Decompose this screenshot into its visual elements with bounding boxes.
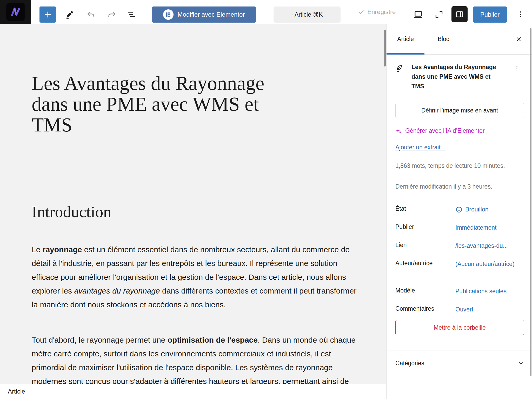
field-label: Publier: [395, 223, 455, 232]
editor-toolbar: Modifier avec Elementor · Article ⌘K Enr…: [0, 0, 532, 24]
site-logo-m-icon: [10, 6, 22, 18]
document-overview-button[interactable]: [124, 7, 139, 22]
field-row-modele: Modèle Publications seules: [395, 287, 524, 296]
publish-button[interactable]: Publier: [473, 6, 507, 23]
field-label: Auteur/autrice: [395, 260, 455, 268]
post-heading-introduction[interactable]: Introduction: [32, 203, 111, 221]
preview-button[interactable]: [411, 7, 425, 22]
tab-article[interactable]: Article: [387, 24, 424, 55]
tab-bloc[interactable]: Bloc: [424, 24, 462, 55]
word-count-text: 1,863 mots, temps de lecture 10 minutes.: [395, 161, 517, 170]
options-menu-button[interactable]: [513, 6, 528, 22]
sidebar-post-title: Les Avantages du Rayonnage dans une PME …: [411, 62, 502, 91]
elementor-button-label: Modifier avec Elementor: [178, 11, 245, 18]
set-featured-image-button[interactable]: Définir l’image mise en avant: [395, 103, 524, 118]
editing-mode-button[interactable]: [62, 7, 77, 22]
categories-panel-label: Catégories: [395, 360, 424, 367]
field-row-commentaires: Commentaires Ouvert: [395, 305, 524, 314]
sidebar-panel-icon: [455, 10, 464, 19]
close-icon: [515, 36, 522, 43]
redo-button[interactable]: [104, 7, 119, 22]
publish-label: Publier: [480, 11, 500, 18]
settings-sidebar-toggle[interactable]: [451, 6, 468, 22]
plus-icon: [43, 10, 52, 19]
active-tab-underline: [387, 53, 424, 55]
command-palette-button[interactable]: · Article ⌘K: [274, 6, 341, 23]
undo-icon: [86, 10, 96, 19]
laptop-icon: [413, 9, 424, 20]
field-row-etat: État Brouillon: [395, 205, 524, 214]
list-view-icon: [126, 9, 137, 20]
add-excerpt-link[interactable]: Ajouter un extrait...: [395, 144, 445, 151]
breadcrumb[interactable]: Article: [8, 388, 25, 395]
expand-icon: [434, 9, 444, 20]
status-value[interactable]: Brouillon: [455, 205, 524, 214]
author-value[interactable]: (Aucun auteur/autrice): [455, 260, 524, 268]
redo-icon: [107, 10, 116, 19]
field-label: Commentaires: [395, 305, 455, 314]
check-icon: [357, 8, 365, 16]
sidebar-tab-bar: Article Bloc: [387, 24, 532, 55]
settings-sidebar: Article Bloc Les Avantages du Rayonnage …: [386, 24, 532, 399]
comments-value[interactable]: Ouvert: [455, 305, 524, 314]
close-sidebar-button[interactable]: [512, 33, 525, 46]
post-actions-button[interactable]: [514, 63, 524, 73]
field-label: Modèle: [395, 287, 455, 296]
field-label: État: [395, 205, 455, 214]
post-pin-icon: [395, 64, 403, 91]
move-to-trash-button[interactable]: Mettre à la corbeille: [395, 320, 524, 335]
site-logo-tile: [6, 3, 25, 21]
undo-button[interactable]: [84, 7, 98, 22]
field-row-publier: Publier Immédiatement: [395, 223, 524, 232]
generate-with-ai-link[interactable]: Générer avec l’IA d’Elementor: [395, 127, 485, 134]
last-modified-text: Dernière modification il y a 3 heures.: [395, 182, 517, 191]
breadcrumb-bar: Article: [0, 384, 386, 399]
edit-with-elementor-button[interactable]: Modifier avec Elementor: [152, 6, 256, 23]
post-summary-row: Les Avantages du Rayonnage dans une PME …: [395, 62, 524, 91]
kebab-icon: [514, 65, 520, 71]
pencil-icon: [65, 10, 74, 19]
site-logo[interactable]: [0, 0, 31, 24]
permalink-value[interactable]: /les-avantages-du...: [455, 242, 524, 250]
saved-status[interactable]: Enregistré: [357, 0, 396, 24]
publish-date-value[interactable]: Immédiatement: [455, 223, 524, 232]
field-row-auteur: Auteur/autrice (Aucun auteur/autrice): [395, 260, 524, 268]
editor-canvas[interactable]: Les Avantages du Rayonnage dans une PME …: [0, 24, 386, 399]
field-label: Lien: [395, 242, 455, 250]
command-palette-label: · Article ⌘K: [291, 11, 323, 18]
field-row-lien: Lien /les-avantages-du...: [395, 242, 524, 250]
sparkles-icon: [395, 128, 402, 134]
categories-panel-toggle[interactable]: Catégories: [387, 350, 532, 376]
post-paragraph-1[interactable]: Le rayonnage est un élément essentiel da…: [32, 243, 361, 311]
draft-status-icon: [455, 206, 463, 213]
content-scrollbar-thumb[interactable]: [384, 30, 386, 66]
chevron-down-icon: [517, 360, 524, 367]
generate-with-ai-label: Générer avec l’IA d’Elementor: [405, 127, 485, 134]
elementor-logo-icon: [163, 9, 174, 20]
kebab-icon: [517, 10, 524, 18]
post-title[interactable]: Les Avantages du Rayonnage dans une PME …: [32, 73, 294, 135]
sidebar-scrollbar-thumb[interactable]: [530, 28, 531, 376]
template-value[interactable]: Publications seules: [455, 287, 524, 296]
add-block-button[interactable]: [39, 6, 56, 23]
saved-label: Enregistré: [367, 8, 396, 16]
fullscreen-button[interactable]: [432, 7, 446, 22]
